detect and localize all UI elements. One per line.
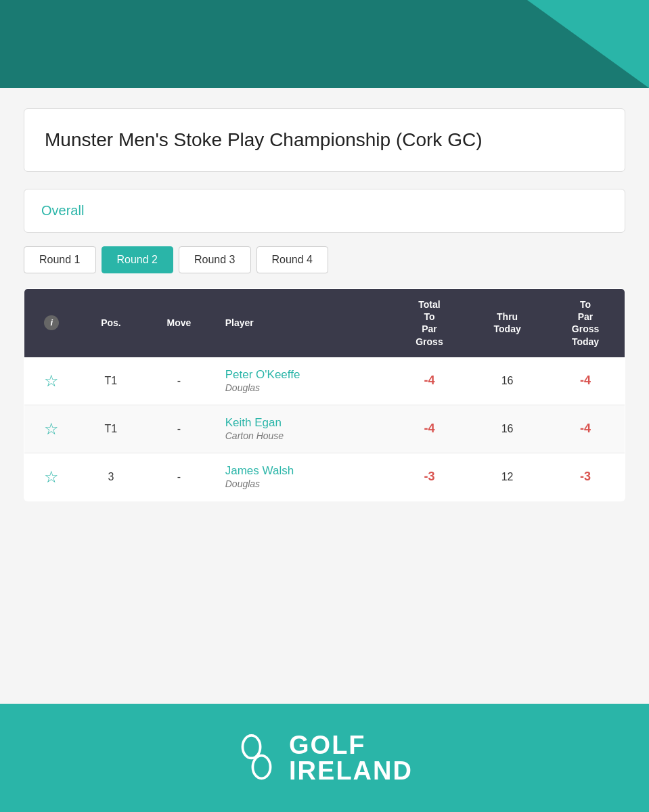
row-1-thru: 16 (468, 357, 546, 405)
table-row: ☆ 3 - James Walsh Douglas -3 12 -3 (24, 453, 625, 501)
row-2-player: Keith Egan Carton House (215, 405, 390, 453)
banner-decoration (527, 0, 649, 88)
title-card: Munster Men's Stoke Play Championship (C… (24, 108, 625, 172)
row-2-topar: -4 (546, 405, 625, 453)
col-total-to-par: TotalToParGross (390, 289, 468, 357)
row-2-total: -4 (390, 405, 468, 453)
table-header-row: i Pos. Move Player TotalToParGross ThruT… (24, 289, 625, 357)
golf-ireland-logo-icon (236, 734, 277, 782)
info-icon: i (44, 315, 59, 330)
row-3-thru: 12 (468, 453, 546, 501)
top-banner (0, 0, 649, 88)
row-3-total: -3 (390, 453, 468, 501)
player-club: Douglas (225, 478, 260, 489)
content-area: Munster Men's Stoke Play Championship (C… (0, 88, 649, 704)
logo-ireland: IRELAND (289, 758, 413, 784)
row-3-player: James Walsh Douglas (215, 453, 390, 501)
col-info: i (24, 289, 79, 357)
table-row: ☆ T1 - Peter O'Keeffe Douglas -4 16 -4 (24, 357, 625, 405)
score-total: -4 (424, 374, 434, 387)
row-1-total: -4 (390, 357, 468, 405)
col-move: Move (143, 289, 215, 357)
col-thru: ThruToday (468, 289, 546, 357)
row-2-thru: 16 (468, 405, 546, 453)
favorite-star-icon[interactable]: ☆ (44, 371, 59, 390)
col-to-par-gross: ToParGrossToday (546, 289, 625, 357)
svg-point-1 (252, 756, 270, 779)
col-pos: Pos. (79, 289, 143, 357)
player-club: Douglas (225, 382, 260, 393)
golf-ireland-logo: GOLF IRELAND (236, 732, 413, 784)
row-1-pos: T1 (79, 357, 143, 405)
row-3-topar: -3 (546, 453, 625, 501)
score-today: -4 (580, 374, 591, 387)
table-body: ☆ T1 - Peter O'Keeffe Douglas -4 16 -4 (24, 357, 625, 501)
row-3-move: - (143, 453, 215, 501)
page-title: Munster Men's Stoke Play Championship (C… (45, 129, 604, 151)
round-2-tab[interactable]: Round 2 (102, 246, 174, 273)
row-2-star[interactable]: ☆ (24, 405, 79, 453)
round-tabs: Round 1 Round 2 Round 3 Round 4 (24, 246, 625, 273)
player-club: Carton House (225, 430, 284, 441)
score-today: -3 (580, 470, 591, 483)
score-total: -4 (424, 422, 434, 435)
row-1-player: Peter O'Keeffe Douglas (215, 357, 390, 405)
round-3-tab[interactable]: Round 3 (179, 246, 251, 273)
table-row: ☆ T1 - Keith Egan Carton House -4 16 -4 (24, 405, 625, 453)
round-4-tab[interactable]: Round 4 (256, 246, 329, 273)
svg-point-0 (243, 736, 261, 759)
score-total: -3 (424, 470, 434, 483)
overall-filter-link[interactable]: Overall (41, 203, 84, 218)
row-3-star[interactable]: ☆ (24, 453, 79, 501)
row-2-move: - (143, 405, 215, 453)
player-name[interactable]: Peter O'Keeffe (225, 368, 384, 382)
logo-text: GOLF IRELAND (289, 732, 413, 784)
favorite-star-icon[interactable]: ☆ (44, 468, 59, 487)
score-today: -4 (580, 422, 591, 435)
row-3-pos: 3 (79, 453, 143, 501)
player-name[interactable]: Keith Egan (225, 416, 384, 430)
col-player: Player (215, 289, 390, 357)
round-1-tab[interactable]: Round 1 (24, 246, 96, 273)
player-name[interactable]: James Walsh (225, 464, 384, 478)
row-1-move: - (143, 357, 215, 405)
favorite-star-icon[interactable]: ☆ (44, 420, 59, 438)
leaderboard-table: i Pos. Move Player TotalToParGross ThruT… (24, 288, 625, 501)
footer: GOLF IRELAND (0, 704, 649, 812)
row-1-star[interactable]: ☆ (24, 357, 79, 405)
logo-golf: GOLF (289, 732, 413, 758)
filter-card: Overall (24, 189, 625, 233)
row-2-pos: T1 (79, 405, 143, 453)
row-1-topar: -4 (546, 357, 625, 405)
